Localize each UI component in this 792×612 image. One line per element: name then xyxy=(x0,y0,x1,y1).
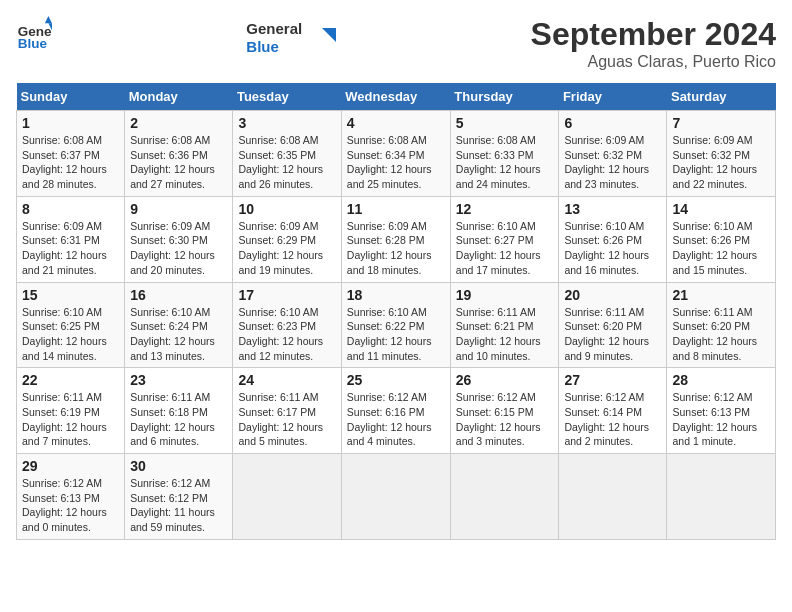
day-info: Sunrise: 6:10 AM Sunset: 6:24 PM Dayligh… xyxy=(130,305,227,364)
day-info: Sunrise: 6:08 AM Sunset: 6:35 PM Dayligh… xyxy=(238,133,335,192)
day-number: 29 xyxy=(22,458,119,474)
day-number: 8 xyxy=(22,201,119,217)
day-info: Sunrise: 6:12 AM Sunset: 6:15 PM Dayligh… xyxy=(456,390,554,449)
calendar-cell: 13Sunrise: 6:10 AM Sunset: 6:26 PM Dayli… xyxy=(559,196,667,282)
calendar-body: 1Sunrise: 6:08 AM Sunset: 6:37 PM Daylig… xyxy=(17,111,776,540)
col-wednesday: Wednesday xyxy=(341,83,450,111)
day-number: 30 xyxy=(130,458,227,474)
calendar-cell: 3Sunrise: 6:08 AM Sunset: 6:35 PM Daylig… xyxy=(233,111,341,197)
calendar-cell: 29Sunrise: 6:12 AM Sunset: 6:13 PM Dayli… xyxy=(17,454,125,540)
calendar-cell: 6Sunrise: 6:09 AM Sunset: 6:32 PM Daylig… xyxy=(559,111,667,197)
day-number: 12 xyxy=(456,201,554,217)
day-number: 19 xyxy=(456,287,554,303)
svg-marker-2 xyxy=(45,16,52,23)
day-info: Sunrise: 6:09 AM Sunset: 6:28 PM Dayligh… xyxy=(347,219,445,278)
day-number: 24 xyxy=(238,372,335,388)
day-info: Sunrise: 6:08 AM Sunset: 6:37 PM Dayligh… xyxy=(22,133,119,192)
calendar-cell xyxy=(667,454,776,540)
calendar-cell: 8Sunrise: 6:09 AM Sunset: 6:31 PM Daylig… xyxy=(17,196,125,282)
day-info: Sunrise: 6:08 AM Sunset: 6:34 PM Dayligh… xyxy=(347,133,445,192)
day-info: Sunrise: 6:11 AM Sunset: 6:20 PM Dayligh… xyxy=(672,305,770,364)
calendar-cell: 24Sunrise: 6:11 AM Sunset: 6:17 PM Dayli… xyxy=(233,368,341,454)
calendar-cell: 15Sunrise: 6:10 AM Sunset: 6:25 PM Dayli… xyxy=(17,282,125,368)
logo-icon: General Blue xyxy=(16,16,52,52)
day-number: 3 xyxy=(238,115,335,131)
calendar-cell: 20Sunrise: 6:11 AM Sunset: 6:20 PM Dayli… xyxy=(559,282,667,368)
day-info: Sunrise: 6:12 AM Sunset: 6:16 PM Dayligh… xyxy=(347,390,445,449)
day-info: Sunrise: 6:08 AM Sunset: 6:36 PM Dayligh… xyxy=(130,133,227,192)
calendar-cell: 25Sunrise: 6:12 AM Sunset: 6:16 PM Dayli… xyxy=(341,368,450,454)
logo-name-general: General xyxy=(246,20,302,38)
header-row: Sunday Monday Tuesday Wednesday Thursday… xyxy=(17,83,776,111)
logo-name-blue: Blue xyxy=(246,38,302,56)
day-number: 26 xyxy=(456,372,554,388)
page-header: General Blue General Blue General Blue S… xyxy=(16,16,776,71)
day-info: Sunrise: 6:10 AM Sunset: 6:22 PM Dayligh… xyxy=(347,305,445,364)
day-info: Sunrise: 6:10 AM Sunset: 6:27 PM Dayligh… xyxy=(456,219,554,278)
day-info: Sunrise: 6:10 AM Sunset: 6:26 PM Dayligh… xyxy=(672,219,770,278)
day-number: 1 xyxy=(22,115,119,131)
calendar-cell: 4Sunrise: 6:08 AM Sunset: 6:34 PM Daylig… xyxy=(341,111,450,197)
svg-marker-4 xyxy=(322,28,336,42)
day-number: 17 xyxy=(238,287,335,303)
day-number: 5 xyxy=(456,115,554,131)
calendar-cell: 7Sunrise: 6:09 AM Sunset: 6:32 PM Daylig… xyxy=(667,111,776,197)
day-number: 28 xyxy=(672,372,770,388)
day-info: Sunrise: 6:11 AM Sunset: 6:20 PM Dayligh… xyxy=(564,305,661,364)
day-number: 10 xyxy=(238,201,335,217)
day-number: 18 xyxy=(347,287,445,303)
day-number: 23 xyxy=(130,372,227,388)
calendar-cell: 11Sunrise: 6:09 AM Sunset: 6:28 PM Dayli… xyxy=(341,196,450,282)
col-monday: Monday xyxy=(125,83,233,111)
title-block: September 2024 Aguas Claras, Puerto Rico xyxy=(531,16,776,71)
day-info: Sunrise: 6:10 AM Sunset: 6:26 PM Dayligh… xyxy=(564,219,661,278)
calendar-cell: 16Sunrise: 6:10 AM Sunset: 6:24 PM Dayli… xyxy=(125,282,233,368)
calendar-cell: 21Sunrise: 6:11 AM Sunset: 6:20 PM Dayli… xyxy=(667,282,776,368)
day-number: 22 xyxy=(22,372,119,388)
calendar-cell: 17Sunrise: 6:10 AM Sunset: 6:23 PM Dayli… xyxy=(233,282,341,368)
day-info: Sunrise: 6:11 AM Sunset: 6:17 PM Dayligh… xyxy=(238,390,335,449)
day-info: Sunrise: 6:10 AM Sunset: 6:23 PM Dayligh… xyxy=(238,305,335,364)
svg-text:Blue: Blue xyxy=(18,36,48,51)
day-number: 25 xyxy=(347,372,445,388)
day-number: 11 xyxy=(347,201,445,217)
logo-triangle-icon xyxy=(308,28,336,56)
calendar-week-row: 15Sunrise: 6:10 AM Sunset: 6:25 PM Dayli… xyxy=(17,282,776,368)
calendar-cell: 19Sunrise: 6:11 AM Sunset: 6:21 PM Dayli… xyxy=(450,282,559,368)
calendar-cell: 18Sunrise: 6:10 AM Sunset: 6:22 PM Dayli… xyxy=(341,282,450,368)
calendar-subtitle: Aguas Claras, Puerto Rico xyxy=(531,53,776,71)
calendar-cell: 2Sunrise: 6:08 AM Sunset: 6:36 PM Daylig… xyxy=(125,111,233,197)
day-number: 4 xyxy=(347,115,445,131)
day-info: Sunrise: 6:12 AM Sunset: 6:14 PM Dayligh… xyxy=(564,390,661,449)
calendar-cell: 1Sunrise: 6:08 AM Sunset: 6:37 PM Daylig… xyxy=(17,111,125,197)
day-info: Sunrise: 6:11 AM Sunset: 6:21 PM Dayligh… xyxy=(456,305,554,364)
day-number: 21 xyxy=(672,287,770,303)
calendar-table: Sunday Monday Tuesday Wednesday Thursday… xyxy=(16,83,776,540)
col-sunday: Sunday xyxy=(17,83,125,111)
logo: General Blue General Blue xyxy=(16,16,52,52)
day-info: Sunrise: 6:09 AM Sunset: 6:32 PM Dayligh… xyxy=(672,133,770,192)
day-info: Sunrise: 6:09 AM Sunset: 6:32 PM Dayligh… xyxy=(564,133,661,192)
day-number: 27 xyxy=(564,372,661,388)
calendar-cell: 30Sunrise: 6:12 AM Sunset: 6:12 PM Dayli… xyxy=(125,454,233,540)
calendar-week-row: 1Sunrise: 6:08 AM Sunset: 6:37 PM Daylig… xyxy=(17,111,776,197)
day-number: 7 xyxy=(672,115,770,131)
day-info: Sunrise: 6:09 AM Sunset: 6:29 PM Dayligh… xyxy=(238,219,335,278)
calendar-header: Sunday Monday Tuesday Wednesday Thursday… xyxy=(17,83,776,111)
day-number: 15 xyxy=(22,287,119,303)
day-info: Sunrise: 6:10 AM Sunset: 6:25 PM Dayligh… xyxy=(22,305,119,364)
day-number: 16 xyxy=(130,287,227,303)
calendar-week-row: 8Sunrise: 6:09 AM Sunset: 6:31 PM Daylig… xyxy=(17,196,776,282)
day-info: Sunrise: 6:11 AM Sunset: 6:18 PM Dayligh… xyxy=(130,390,227,449)
day-number: 13 xyxy=(564,201,661,217)
calendar-cell: 22Sunrise: 6:11 AM Sunset: 6:19 PM Dayli… xyxy=(17,368,125,454)
day-info: Sunrise: 6:12 AM Sunset: 6:13 PM Dayligh… xyxy=(672,390,770,449)
calendar-week-row: 22Sunrise: 6:11 AM Sunset: 6:19 PM Dayli… xyxy=(17,368,776,454)
day-number: 9 xyxy=(130,201,227,217)
day-number: 2 xyxy=(130,115,227,131)
day-number: 20 xyxy=(564,287,661,303)
day-info: Sunrise: 6:11 AM Sunset: 6:19 PM Dayligh… xyxy=(22,390,119,449)
col-friday: Friday xyxy=(559,83,667,111)
day-info: Sunrise: 6:08 AM Sunset: 6:33 PM Dayligh… xyxy=(456,133,554,192)
calendar-cell: 28Sunrise: 6:12 AM Sunset: 6:13 PM Dayli… xyxy=(667,368,776,454)
